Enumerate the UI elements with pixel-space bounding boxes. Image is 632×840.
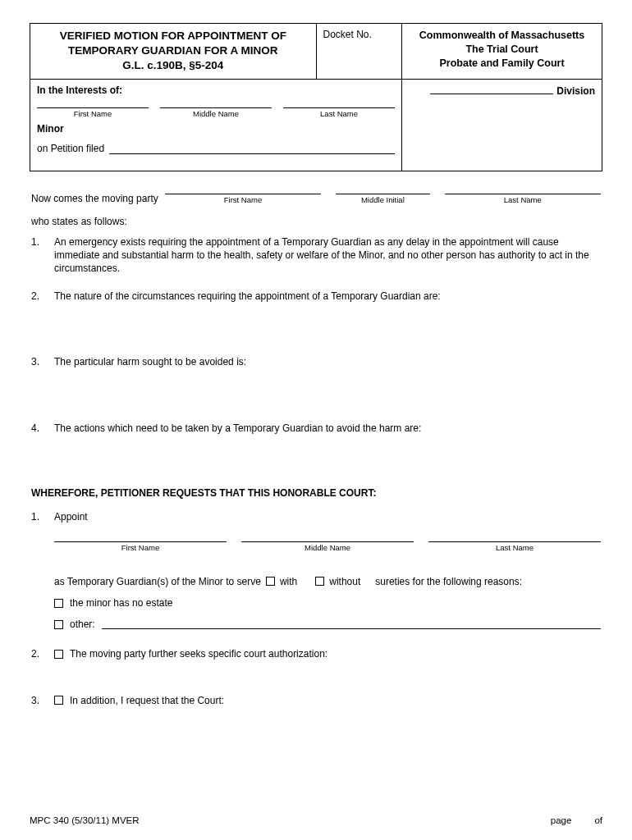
body-block: Now comes the moving party First Name Mi…: [30, 183, 602, 707]
reason-other-label: other:: [70, 618, 95, 631]
title-line-2: TEMPORARY GUARDIAN FOR A MINOR: [37, 43, 309, 58]
follows-text: who states as follows:: [31, 216, 601, 227]
checkbox-without[interactable]: [315, 577, 324, 586]
num-1: 1.: [31, 235, 44, 276]
num-4: 4.: [31, 422, 44, 435]
requests-list: 1. Appoint First Name Middle Name Last N…: [31, 510, 601, 707]
appoint-last-line[interactable]: [428, 541, 601, 542]
statement-2: The nature of the circumstances requirin…: [54, 290, 601, 303]
serve-suffix: sureties for the following reasons:: [375, 575, 522, 588]
minor-first-line[interactable]: [37, 107, 149, 108]
checkbox-with[interactable]: [266, 577, 275, 586]
without-label: without: [329, 575, 360, 588]
minor-middle-caption: Middle Name: [160, 109, 272, 118]
minor-first-caption: First Name: [37, 109, 149, 118]
minor-label: Minor: [37, 123, 395, 135]
req-num-2: 2.: [31, 647, 44, 660]
division-line[interactable]: [430, 84, 553, 94]
minor-last-line[interactable]: [283, 107, 395, 108]
statement-1: An emergency exists requiring the appoin…: [54, 235, 601, 276]
reason-noestate-row: the minor has no estate: [54, 596, 601, 609]
moving-intro: Now comes the moving party: [31, 193, 158, 204]
appoint-first-line[interactable]: [54, 541, 227, 542]
reason-other-line[interactable]: [102, 619, 601, 629]
serve-prefix: as Temporary Guardian(s) of the Minor to…: [54, 575, 261, 588]
checkbox-noestate[interactable]: [54, 599, 63, 608]
court-cell: Commonwealth of Massachusetts The Trial …: [402, 24, 602, 80]
request-2-text: The moving party further seeks specific …: [70, 647, 327, 660]
division-label: Division: [556, 85, 595, 97]
request-3-text: In addition, I request that the Court:: [70, 694, 224, 707]
with-label: with: [280, 575, 297, 588]
court-line-3: Probate and Family Court: [409, 57, 595, 71]
minor-last-caption: Last Name: [283, 109, 395, 118]
of-label: of: [594, 815, 602, 825]
statements-list: 1. An emergency exists requiring the app…: [31, 235, 601, 435]
header-table: VERIFIED MOTION FOR APPOINTMENT OF TEMPO…: [30, 23, 602, 171]
appoint-middle-caption: Middle Name: [241, 543, 414, 554]
page-label: page: [551, 815, 572, 825]
docket-cell: Docket No.: [316, 24, 402, 80]
num-2: 2.: [31, 290, 44, 303]
division-cell: Division: [402, 79, 602, 171]
court-line-2: The Trial Court: [409, 43, 595, 57]
appoint-last-caption: Last Name: [428, 543, 601, 554]
moving-last-caption: Last Name: [445, 195, 601, 204]
checkbox-other[interactable]: [54, 620, 63, 629]
minor-name-row: First Name Middle Name Last Name: [37, 107, 395, 118]
title-line-3: G.L. c.190B, §5-204: [37, 58, 309, 73]
reason-noestate: the minor has no estate: [70, 596, 172, 609]
petition-label: on Petition filed: [37, 143, 104, 154]
moving-party-row: Now comes the moving party First Name Mi…: [31, 183, 601, 204]
title-line-1: VERIFIED MOTION FOR APPOINTMENT OF: [37, 29, 309, 43]
form-title-cell: VERIFIED MOTION FOR APPOINTMENT OF TEMPO…: [30, 24, 317, 80]
serve-row: as Temporary Guardian(s) of the Minor to…: [54, 575, 601, 588]
docket-label: Docket No.: [323, 29, 372, 40]
reason-other-row: other:: [54, 618, 601, 631]
interest-label: In the Interests of:: [37, 84, 395, 96]
appoint-name-row: First Name Middle Name Last Name: [54, 541, 601, 554]
moving-middle-line[interactable]: [336, 183, 429, 194]
req-num-3: 3.: [31, 694, 44, 707]
footer: MPC 340 (5/30/11) MVER page of: [30, 815, 602, 825]
moving-first-caption: First Name: [165, 195, 321, 204]
form-id: MPC 340 (5/30/11) MVER: [30, 815, 140, 825]
moving-last-line[interactable]: [445, 183, 601, 194]
petition-date-line[interactable]: [109, 143, 395, 154]
statement-3: The particular harm sought to be avoided…: [54, 355, 601, 368]
appoint-label: Appoint: [54, 510, 601, 523]
statement-4: The actions which need to be taken by a …: [54, 422, 601, 435]
interest-cell: In the Interests of: First Name Middle N…: [30, 79, 402, 171]
minor-middle-line[interactable]: [160, 107, 272, 108]
appoint-first-caption: First Name: [54, 543, 227, 554]
appoint-middle-line[interactable]: [241, 541, 414, 542]
checkbox-request-3[interactable]: [54, 696, 63, 705]
moving-middle-caption: Middle Initial: [336, 195, 429, 204]
req-num-1: 1.: [31, 510, 44, 632]
moving-first-line[interactable]: [165, 183, 321, 194]
petition-row: on Petition filed: [37, 143, 395, 154]
court-line-1: Commonwealth of Massachusetts: [409, 29, 595, 43]
checkbox-request-2[interactable]: [54, 650, 63, 659]
wherefore-heading: WHEREFORE, PETITIONER REQUESTS THAT THIS…: [31, 487, 601, 499]
num-3: 3.: [31, 355, 44, 368]
